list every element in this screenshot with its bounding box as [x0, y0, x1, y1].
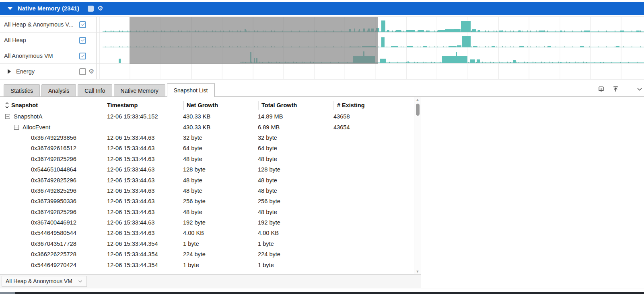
table-row[interactable]: 0x36739995033612-06 15:33:44.63256 byte2… — [0, 196, 414, 206]
cell-net: 430.33 KB — [183, 113, 258, 120]
window-bottom-edge — [0, 292, 644, 294]
cell-snapshot: 0x544651044864 — [0, 166, 107, 173]
snapshot-name: 0x367492825296 — [31, 156, 76, 162]
tab-call-info[interactable]: Call Info — [78, 84, 112, 96]
gear-icon[interactable]: ⚙ — [97, 5, 103, 12]
energy-gear-icon[interactable]: ⚙ — [88, 68, 94, 75]
track-checkbox-0[interactable] — [79, 21, 86, 28]
scroll-down-icon[interactable]: ▼ — [416, 269, 420, 274]
table-row[interactable]: AllocEvent430.33 KB6.89 MB43654 — [0, 122, 414, 132]
track-label-2[interactable]: All Anonymous VM — [0, 48, 97, 63]
table-row[interactable]: 0x36749282529612-06 15:33:44.6348 byte48… — [0, 207, 414, 217]
cell-timestamp: 12-06 15:33:44.63 — [107, 198, 183, 204]
snapshot-name: SnapshotA — [14, 113, 42, 120]
cell-timestamp: 12-06 15:33:44.63 — [107, 188, 183, 194]
cell-net: 128 byte — [183, 166, 258, 173]
cell-timestamp: 12-06 15:33:45.152 — [107, 113, 183, 120]
col-existing[interactable]: # Existing — [333, 101, 414, 110]
collapse-triangle-icon[interactable] — [8, 7, 12, 10]
cell-total: 48 byte — [258, 188, 333, 194]
tab-snapshot-list[interactable]: Snapshot List — [167, 83, 215, 97]
snapshot-name: 0x367400446912 — [31, 219, 76, 226]
snapshot-name: 0x367043517728 — [31, 241, 76, 247]
expand-triangle-icon[interactable] — [8, 69, 11, 74]
chevron-down-icon[interactable] — [637, 85, 642, 93]
energy-track-label[interactable]: Energy ⚙ — [0, 64, 97, 79]
cell-net: 48 byte — [183, 156, 258, 162]
cell-snapshot: 0x367043517728 — [0, 241, 107, 247]
cell-total: 224 byte — [258, 251, 333, 257]
col-snapshot[interactable]: Snapshot — [0, 102, 107, 108]
footer-right-blank — [421, 274, 644, 288]
table-row[interactable]: 0x54464958054412-06 15:33:44.634.00 KB4.… — [0, 228, 414, 238]
col-timestamp[interactable]: Timestamp — [107, 102, 183, 108]
cell-net: 1 byte — [183, 241, 258, 247]
track-checkbox-2[interactable] — [79, 53, 86, 59]
snapshot-name: 0x367492616512 — [31, 145, 76, 151]
scroll-up-icon[interactable]: ▲ — [416, 97, 420, 102]
cell-total: 4.00 KB — [258, 230, 333, 236]
snapshot-name: 0x544649270424 — [31, 262, 76, 268]
table-row[interactable]: 0x54465104486412-06 15:33:44.63128 byte1… — [0, 164, 414, 175]
track-checkbox-1[interactable] — [79, 37, 86, 44]
table-row[interactable]: SnapshotA12-06 15:33:45.152430.33 KB14.8… — [0, 111, 414, 122]
table-row[interactable]: 0x36749261651212-06 15:33:44.6364 byte64… — [0, 143, 414, 153]
scrollbar-thumb[interactable] — [416, 104, 420, 116]
tab-analysis[interactable]: Analysis — [41, 84, 76, 96]
native-memory-panel-header[interactable]: Native Memory (2341) ⚙ — [0, 2, 644, 15]
export-down-icon[interactable] — [597, 85, 605, 93]
table-scrollbar[interactable]: ▲ ▼ — [414, 97, 421, 274]
cell-snapshot: 0x544649270424 — [0, 262, 107, 268]
cell-total: 256 byte — [258, 198, 333, 204]
track-label-0[interactable]: All Heap & Anonymous V... — [0, 17, 97, 32]
track-label-text: All Heap & Anonymous V... — [4, 21, 74, 28]
table-row[interactable]: 0x36749282529612-06 15:33:44.6348 byte48… — [0, 154, 414, 164]
panel-checkbox[interactable] — [88, 6, 94, 12]
table-row[interactable]: 0x36749229385612-06 15:33:44.6332 byte32… — [0, 133, 414, 143]
tab-toolbar — [597, 85, 626, 96]
cell-total: 48 byte — [258, 177, 333, 184]
col-total-growth[interactable]: Total Growth — [258, 101, 333, 110]
cell-net: 430.33 KB — [183, 124, 258, 131]
tab-bar: StatisticsAnalysisCall InfoNative Memory… — [0, 82, 644, 97]
cell-snapshot: AllocEvent — [0, 124, 107, 131]
timeline-selection-region[interactable] — [130, 17, 378, 64]
heap-selector-dropdown[interactable]: All Heap & Anonymous VM — [2, 276, 87, 287]
track-label-1[interactable]: All Heap — [0, 33, 97, 48]
table-row[interactable]: 0x36749282529612-06 15:33:44.6348 byte48… — [0, 175, 414, 185]
table-row[interactable]: 0x36704351772812-06 15:33:44.3541 byte1 … — [0, 239, 414, 249]
sort-icon[interactable] — [5, 102, 9, 108]
collapse-box-icon[interactable] — [14, 125, 19, 130]
snapshot-name: 0x367492293856 — [31, 135, 76, 141]
table-row[interactable]: 0x54464927042412-06 15:33:44.3541 byte1 … — [0, 259, 414, 270]
bottom-white-strip — [0, 288, 644, 292]
collapse-up-icon[interactable] — [612, 85, 619, 93]
footer-bar: All Heap & Anonymous VM — [0, 274, 421, 288]
panel-title: Native Memory (2341) — [18, 5, 79, 12]
tab-native-memory[interactable]: Native Memory — [114, 84, 165, 96]
cell-timestamp: 12-06 15:33:44.63 — [107, 177, 183, 184]
cell-timestamp: 12-06 15:33:44.354 — [107, 241, 183, 247]
cell-snapshot: 0x366226225728 — [0, 251, 107, 257]
cell-snapshot: 0x367492825296 — [0, 209, 107, 215]
cell-net: 48 byte — [183, 188, 258, 194]
energy-timeline[interactable] — [97, 64, 644, 79]
cell-total: 128 byte — [258, 166, 333, 173]
collapse-box-icon[interactable] — [5, 114, 10, 119]
table-row[interactable]: 0x36622622572812-06 15:33:44.354224 byte… — [0, 249, 414, 259]
tab-statistics[interactable]: Statistics — [4, 84, 40, 96]
cell-snapshot: 0x367399950336 — [0, 198, 107, 204]
cell-snapshot: 0x367492825296 — [0, 188, 107, 194]
track-label-text: All Heap — [4, 37, 26, 43]
cell-net: 32 byte — [183, 135, 258, 141]
cell-existing: 43658 — [333, 113, 414, 120]
cell-timestamp: 12-06 15:33:44.63 — [107, 135, 183, 141]
energy-track-row: Energy ⚙ — [0, 64, 644, 80]
table-row[interactable]: 0x36749282529612-06 15:33:44.6348 byte48… — [0, 186, 414, 196]
energy-checkbox[interactable] — [79, 68, 86, 75]
cell-snapshot: 0x367492825296 — [0, 177, 107, 184]
cell-timestamp: 12-06 15:33:44.63 — [107, 166, 183, 173]
col-net-growth[interactable]: Net Growth — [183, 101, 258, 110]
table-row[interactable]: 0x36740044691212-06 15:33:44.63192 byte1… — [0, 217, 414, 228]
cell-net: 224 byte — [183, 251, 258, 257]
